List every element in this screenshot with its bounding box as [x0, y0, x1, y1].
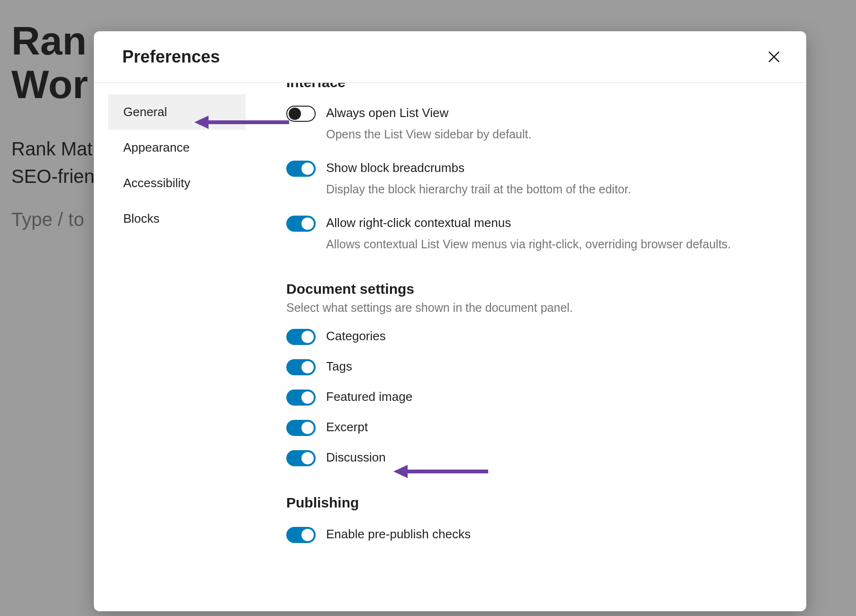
- sidebar-item-blocks[interactable]: Blocks: [108, 201, 246, 236]
- preferences-content: Interface Always open List View Opens th…: [246, 83, 806, 611]
- setting-label: Enable pre-publish checks: [326, 526, 778, 543]
- sidebar-item-accessibility[interactable]: Accessibility: [108, 165, 246, 201]
- editor-background: Ran Wor Rank Mat SEO-frien Type / to: [0, 0, 106, 249]
- setting-label: Featured image: [326, 389, 778, 405]
- bg-title-line2: Wor: [11, 62, 88, 107]
- setting-featured-image: Featured image: [286, 389, 778, 406]
- toggle-categories[interactable]: [286, 329, 316, 345]
- modal-body: General Appearance Accessibility Blocks …: [94, 83, 806, 611]
- bg-placeholder: Type / to: [11, 209, 95, 230]
- close-icon: [766, 49, 782, 64]
- setting-label: Tags: [326, 358, 778, 375]
- setting-prepublish-checks: Enable pre-publish checks: [286, 526, 778, 543]
- section-heading-document: Document settings: [286, 281, 778, 297]
- bg-title-line1: Ran: [11, 18, 87, 63]
- setting-allow-right-click: Allow right-click contextual menus Allow…: [286, 215, 778, 253]
- setting-label: Show block breadcrumbs: [326, 160, 778, 176]
- preferences-sidebar: General Appearance Accessibility Blocks: [94, 83, 246, 611]
- setting-help: Display the block hierarchy trail at the…: [326, 181, 778, 198]
- close-button[interactable]: [763, 45, 785, 68]
- bg-para-line1: Rank Mat: [11, 138, 92, 159]
- setting-discussion: Discussion: [286, 449, 778, 466]
- setting-show-block-breadcrumbs: Show block breadcrumbs Display the block…: [286, 160, 778, 198]
- preferences-modal: Preferences General Appearance Accessibi…: [94, 31, 806, 611]
- setting-tags: Tags: [286, 358, 778, 375]
- setting-categories: Categories: [286, 328, 778, 345]
- setting-help: Opens the List View sidebar by default.: [326, 126, 778, 143]
- setting-help: Allows contextual List View menus via ri…: [326, 236, 778, 253]
- toggle-featured-image[interactable]: [286, 390, 316, 406]
- sidebar-item-label: Appearance: [123, 140, 190, 154]
- sidebar-item-label: Blocks: [123, 211, 160, 226]
- sidebar-item-label: Accessibility: [123, 176, 191, 190]
- toggle-allow-right-click[interactable]: [286, 216, 316, 232]
- bg-para-line2: SEO-frien: [11, 166, 95, 187]
- section-desc-document: Select what settings are shown in the do…: [286, 301, 778, 315]
- sidebar-item-label: General: [123, 105, 167, 119]
- setting-label: Discussion: [326, 449, 778, 466]
- sidebar-item-general[interactable]: General: [108, 94, 246, 130]
- toggle-discussion[interactable]: [286, 450, 316, 466]
- toggle-show-block-breadcrumbs[interactable]: [286, 161, 316, 177]
- section-heading-interface: Interface: [286, 83, 778, 91]
- section-heading-publishing: Publishing: [286, 495, 778, 511]
- setting-excerpt: Excerpt: [286, 419, 778, 436]
- toggle-always-open-list-view[interactable]: [286, 106, 316, 122]
- setting-label: Excerpt: [326, 419, 778, 435]
- setting-label: Always open List View: [326, 105, 778, 121]
- setting-label: Allow right-click contextual menus: [326, 215, 778, 231]
- sidebar-item-appearance[interactable]: Appearance: [108, 130, 246, 165]
- toggle-excerpt[interactable]: [286, 420, 316, 436]
- modal-header: Preferences: [94, 31, 806, 83]
- setting-always-open-list-view: Always open List View Opens the List Vie…: [286, 105, 778, 143]
- toggle-prepublish-checks[interactable]: [286, 527, 316, 543]
- setting-label: Categories: [326, 328, 778, 344]
- toggle-tags[interactable]: [286, 359, 316, 375]
- modal-title: Preferences: [122, 47, 220, 67]
